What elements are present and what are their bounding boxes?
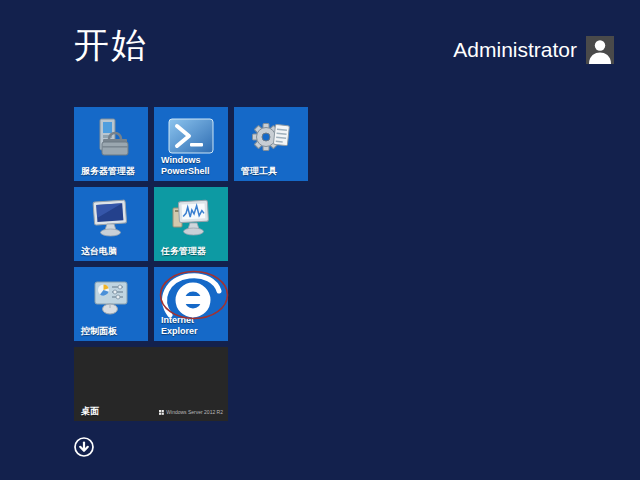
tile-label: 这台电脑 (81, 246, 142, 257)
tile-this-pc[interactable]: 这台电脑 (74, 187, 148, 261)
user-avatar-icon (586, 36, 614, 64)
page-title: 开始 (74, 22, 148, 69)
tile-label: Internet Explorer (161, 315, 222, 337)
admin-tools-icon (234, 115, 308, 163)
server-manager-icon (74, 115, 148, 163)
down-arrow-icon (72, 435, 96, 459)
start-screen: 开始 Administrator 服务器管理器 (0, 0, 640, 480)
tile-label: 服务器管理器 (81, 166, 142, 177)
task-manager-icon (154, 195, 228, 241)
desktop-watermark: Windows Server 2012 R2 (159, 409, 223, 415)
all-apps-button[interactable] (72, 435, 96, 459)
user-name: Administrator (453, 38, 577, 62)
control-panel-icon (74, 275, 148, 321)
powershell-icon (154, 118, 228, 154)
tile-server-manager[interactable]: 服务器管理器 (74, 107, 148, 181)
tile-control-panel[interactable]: 控制面板 (74, 267, 148, 341)
watermark-text: Windows Server 2012 R2 (166, 409, 223, 415)
tile-task-manager[interactable]: 任务管理器 (154, 187, 228, 261)
tile-label: 控制面板 (81, 326, 142, 337)
tile-internet-explorer[interactable]: Internet Explorer (154, 267, 228, 341)
tile-label: 任务管理器 (161, 246, 222, 257)
tile-desktop[interactable]: 桌面 Windows Server 2012 R2 (74, 347, 228, 421)
user-menu[interactable]: Administrator (453, 36, 614, 64)
windows-flag-icon (159, 410, 164, 415)
tile-label: Windows PowerShell (161, 155, 222, 177)
tile-windows-powershell[interactable]: Windows PowerShell (154, 107, 228, 181)
tile-admin-tools[interactable]: 管理工具 (234, 107, 308, 181)
this-pc-icon (74, 195, 148, 241)
tile-label: 管理工具 (241, 166, 302, 177)
